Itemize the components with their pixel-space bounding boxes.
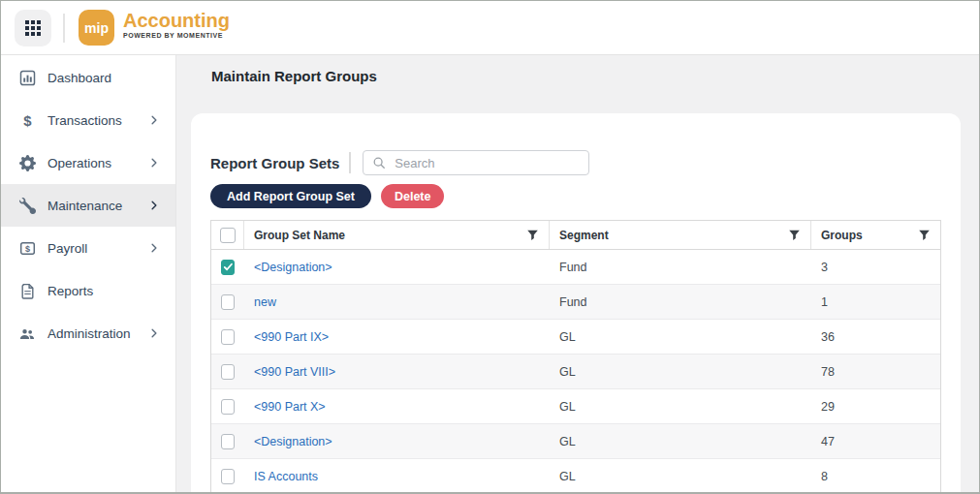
table-header-row: Group Set Name Segment Groups <box>211 221 940 250</box>
segment-value: Fund <box>559 261 587 274</box>
add-report-group-set-button[interactable]: Add Report Group Set <box>210 184 371 208</box>
sidebar-item-label: Reports <box>47 284 148 298</box>
topbar-divider <box>63 14 65 43</box>
report-group-sets-card: Report Group Sets Add Report Group Set D… <box>191 113 961 494</box>
sidebar-item-administration[interactable]: Administration <box>1 312 175 355</box>
table-row: <Designation> Fund 3 <box>211 250 940 285</box>
mip-logo-badge: mip <box>79 10 114 46</box>
table-row: <990 Part X> GL 29 <box>211 389 940 424</box>
administration-icon <box>18 325 36 342</box>
chevron-right-icon <box>148 157 160 169</box>
sidebar-item-transactions[interactable]: $ Transactions <box>1 99 175 141</box>
app-launcher-button[interactable] <box>15 10 51 46</box>
groups-count: 1 <box>821 295 828 309</box>
segment-value: GL <box>559 365 576 379</box>
search-input[interactable] <box>363 150 589 175</box>
column-header-group-set-name: Group Set Name <box>244 221 550 249</box>
group-set-name-link[interactable]: <Designation> <box>254 435 332 448</box>
group-set-name-link[interactable]: <990 Part X> <box>254 400 326 414</box>
segment-value: GL <box>559 435 576 448</box>
groups-count: 36 <box>821 330 835 344</box>
groups-count: 47 <box>821 435 835 448</box>
row-checkbox[interactable] <box>221 364 235 380</box>
header-checkbox-cell <box>211 221 244 249</box>
groups-count: 29 <box>821 400 835 414</box>
report-group-sets-table: Group Set Name Segment Groups <box>210 220 941 494</box>
brand-logo: mip Accounting POWERED BY MOMENTIVE <box>79 10 230 46</box>
sidebar-item-label: Administration <box>47 326 137 341</box>
segment-value: GL <box>559 330 576 344</box>
reports-icon <box>18 283 36 299</box>
dashboard-icon <box>18 70 36 86</box>
card-toolbar: Report Group Sets <box>210 150 941 175</box>
table-row: <Designation> GL 47 <box>211 424 940 459</box>
chevron-right-icon <box>148 114 160 126</box>
segment-value: GL <box>559 400 576 414</box>
groups-count: 3 <box>821 261 828 274</box>
select-all-checkbox[interactable] <box>220 228 236 243</box>
sidebar-item-label: Dashboard <box>47 71 148 85</box>
segment-value: GL <box>559 470 576 483</box>
row-checkbox[interactable] <box>221 399 235 415</box>
search-icon <box>372 156 386 170</box>
sidebar-item-maintenance[interactable]: Maintenance <box>1 184 175 227</box>
sidebar-item-label: Operations <box>47 156 137 170</box>
table-row: IS Accounts GL 8 <box>211 459 940 494</box>
group-set-name-link[interactable]: <Designation> <box>254 261 332 274</box>
group-set-name-link[interactable]: <990 Part IX> <box>254 330 329 344</box>
filter-icon[interactable] <box>918 229 931 241</box>
column-header-groups: Groups <box>811 221 940 249</box>
svg-text:$: $ <box>23 112 32 128</box>
page-title: Maintain Report Groups <box>211 68 961 84</box>
sidebar: Dashboard $ Transactions Operations Main… <box>1 55 176 492</box>
chevron-right-icon <box>148 200 160 211</box>
transactions-icon: $ <box>18 112 36 129</box>
group-set-name-link[interactable]: IS Accounts <box>254 470 318 483</box>
table-body: <Designation> Fund 3 new Fund 1 <990 Par… <box>211 250 940 494</box>
sidebar-item-label: Maintenance <box>47 199 137 213</box>
grid-icon <box>25 20 41 36</box>
table-row: <990 Part VIII> GL 78 <box>211 355 940 389</box>
sidebar-item-reports[interactable]: Reports <box>1 269 175 312</box>
column-header-segment: Segment <box>550 221 811 249</box>
groups-count: 8 <box>821 470 828 483</box>
segment-value: Fund <box>559 295 587 309</box>
delete-button[interactable]: Delete <box>381 184 445 208</box>
sidebar-item-label: Transactions <box>47 113 137 128</box>
operations-icon <box>18 155 36 171</box>
topbar: mip Accounting POWERED BY MOMENTIVE <box>1 1 979 55</box>
groups-count: 78 <box>821 365 835 379</box>
search-box <box>363 150 589 175</box>
section-label: Report Group Sets <box>210 155 339 171</box>
payroll-icon: $ <box>18 240 36 257</box>
row-checkbox[interactable] <box>221 434 235 449</box>
filter-icon[interactable] <box>788 229 801 241</box>
toolbar-divider <box>349 152 351 173</box>
main-content: Maintain Report Groups Report Group Sets… <box>176 55 979 492</box>
filter-icon[interactable] <box>526 229 539 241</box>
group-set-name-link[interactable]: new <box>254 295 276 309</box>
row-checkbox[interactable] <box>221 329 235 345</box>
group-set-name-link[interactable]: <990 Part VIII> <box>254 365 335 379</box>
chevron-right-icon <box>148 327 160 339</box>
sidebar-item-label: Payroll <box>47 241 137 256</box>
row-checkbox[interactable] <box>221 260 235 275</box>
row-checkbox[interactable] <box>221 469 235 484</box>
app-window: mip Accounting POWERED BY MOMENTIVE Dash… <box>0 0 980 494</box>
chevron-right-icon <box>148 242 160 254</box>
svg-text:$: $ <box>24 243 29 253</box>
sidebar-item-payroll[interactable]: $ Payroll <box>1 227 175 269</box>
sidebar-item-operations[interactable]: Operations <box>1 141 175 184</box>
sidebar-item-dashboard[interactable]: Dashboard <box>1 56 175 99</box>
product-name: Accounting <box>123 10 230 32</box>
brand-tagline: POWERED BY MOMENTIVE <box>123 32 230 39</box>
table-row: <990 Part IX> GL 36 <box>211 320 940 355</box>
maintenance-icon <box>18 198 36 214</box>
row-checkbox[interactable] <box>221 294 235 310</box>
action-buttons: Add Report Group Set Delete <box>210 184 941 208</box>
table-row: new Fund 1 <box>211 285 940 320</box>
